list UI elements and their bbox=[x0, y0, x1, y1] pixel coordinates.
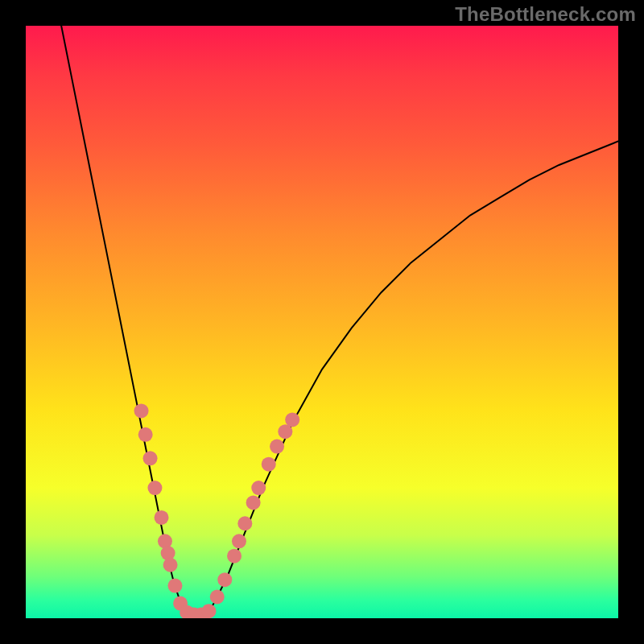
scatter-dot bbox=[138, 427, 153, 442]
watermark-text: TheBottleneck.com bbox=[455, 3, 636, 26]
scatter-dot bbox=[251, 481, 266, 495]
series-curve-right bbox=[204, 142, 618, 616]
scatter-dot bbox=[262, 457, 276, 472]
scatter-dot bbox=[217, 572, 232, 587]
scatter-dot bbox=[237, 516, 252, 530]
scatter-dot bbox=[163, 558, 178, 572]
scatter-dot bbox=[210, 590, 225, 605]
scatter-dot bbox=[270, 440, 284, 454]
scatter-dot bbox=[201, 604, 216, 618]
scatter-dot bbox=[246, 495, 261, 510]
scatter-dot bbox=[167, 579, 182, 593]
scatter-dot bbox=[285, 412, 299, 427]
scatter-dot bbox=[147, 481, 162, 495]
plot-area bbox=[26, 26, 618, 618]
chart-frame: TheBottleneck.com bbox=[0, 0, 644, 644]
chart-svg bbox=[26, 26, 618, 618]
series-curve-left bbox=[61, 26, 192, 615]
scatter-dot bbox=[155, 510, 169, 525]
scatter-dot bbox=[134, 403, 149, 418]
scatter-dot bbox=[227, 549, 242, 564]
scatter-dot bbox=[232, 534, 246, 548]
scatter-dot bbox=[143, 451, 158, 465]
